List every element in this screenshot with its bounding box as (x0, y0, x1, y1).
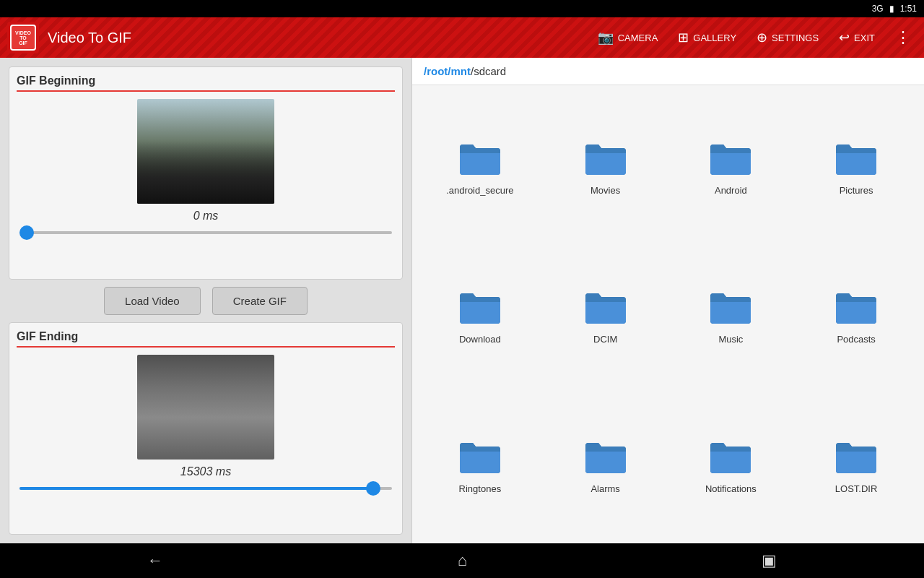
folder-name-pictures: Pictures (840, 185, 873, 196)
folder-name-dcim: DCIM (593, 334, 617, 345)
left-panel: GIF Beginning 0 ms Load Video Create GIF (0, 58, 411, 543)
back-button[interactable]: ← (130, 545, 180, 576)
folder-icon-alarms (583, 437, 629, 478)
folder-icon-notifications (707, 437, 754, 478)
recents-button[interactable]: ▣ (744, 545, 794, 576)
buttons-row: Load Video Create GIF (9, 287, 403, 315)
folder-item-podcasts[interactable]: Podcasts (794, 241, 918, 389)
exit-icon: ↩ (839, 30, 850, 46)
breadcrumb-bold: /root/mnt (424, 65, 471, 77)
gif-beginning-slider-thumb[interactable] (19, 225, 34, 240)
folder-icon-lost-dir (833, 437, 879, 478)
gallery-button[interactable]: ⊞ GALLERY (672, 25, 742, 50)
folder-item-alarms[interactable]: Alarms (544, 389, 668, 538)
folder-icon-podcasts (833, 288, 879, 328)
gif-ending-slider[interactable] (19, 487, 392, 490)
clock: 1:51 (900, 4, 917, 14)
file-browser-panel: /root/mnt/sdcard .android_secure Movies … (411, 58, 924, 543)
home-button[interactable]: ⌂ (440, 545, 484, 576)
camera-button[interactable]: 📷 CAMERA (592, 25, 664, 50)
app-title: Video To GIF (48, 30, 583, 46)
file-grid: .android_secure Movies Android Pictures … (412, 85, 924, 543)
folder-item-dcim[interactable]: DCIM (544, 241, 668, 389)
folder-name-lost-dir: LOST.DIR (835, 483, 878, 494)
camera-icon: 📷 (598, 30, 614, 46)
app-icon: VIDEO TO GIF (7, 22, 39, 53)
gif-beginning-title: GIF Beginning (17, 74, 395, 92)
folder-item-ringtones[interactable]: Ringtones (418, 389, 542, 538)
gif-beginning-section: GIF Beginning 0 ms (9, 66, 403, 280)
folder-name-android: Android (715, 185, 747, 196)
folder-name-ringtones: Ringtones (459, 483, 502, 494)
gif-beginning-timestamp: 0 ms (193, 210, 219, 223)
load-video-button[interactable]: Load Video (104, 287, 201, 315)
settings-button[interactable]: ⊕ SETTINGS (751, 25, 824, 50)
breadcrumb-normal: /sdcard (471, 65, 506, 77)
gif-beginning-slider[interactable] (19, 231, 392, 234)
gif-ending-slider-container[interactable] (17, 484, 395, 490)
folder-name-download: Download (459, 334, 501, 345)
signal-indicator: 3G (872, 4, 884, 14)
main-content: GIF Beginning 0 ms Load Video Create GIF (0, 58, 924, 543)
folder-item-music[interactable]: Music (669, 241, 793, 389)
gallery-icon: ⊞ (678, 30, 689, 46)
folder-name-android-secure: .android_secure (446, 185, 513, 196)
gif-ending-image (137, 355, 274, 460)
folder-item-lost-dir[interactable]: LOST.DIR (794, 389, 918, 538)
folder-item-download[interactable]: Download (418, 241, 542, 389)
battery-indicator: ▮ (889, 4, 894, 14)
more-options-button[interactable]: ⋮ (889, 25, 917, 50)
settings-icon: ⊕ (757, 30, 767, 46)
gif-ending-preview: 15303 ms (17, 355, 395, 490)
gif-ending-timestamp: 15303 ms (180, 465, 231, 478)
folder-item-movies[interactable]: Movies (544, 91, 668, 239)
folder-icon-android (707, 139, 754, 179)
gif-beginning-slider-container[interactable] (17, 228, 395, 234)
gif-ending-title: GIF Ending (17, 330, 395, 348)
gif-beginning-image (137, 99, 274, 204)
folder-icon-movies (583, 139, 629, 179)
folder-name-podcasts: Podcasts (837, 334, 875, 345)
gif-beginning-preview: 0 ms (17, 99, 395, 234)
gif-ending-slider-thumb[interactable] (366, 481, 380, 496)
status-bar: 3G ▮ 1:51 (0, 0, 924, 17)
folder-name-movies: Movies (590, 185, 620, 196)
folder-item-notifications[interactable]: Notifications (669, 389, 793, 538)
folder-icon-download (457, 288, 503, 328)
folder-item-android-secure[interactable]: .android_secure (418, 91, 542, 239)
folder-icon-android-secure (457, 139, 503, 179)
gif-ending-section: GIF Ending 15303 ms (9, 322, 403, 535)
folder-icon-ringtones (457, 437, 503, 478)
folder-item-android[interactable]: Android (669, 91, 793, 239)
gif-ending-slider-fill (19, 487, 373, 490)
folder-name-alarms: Alarms (590, 483, 619, 494)
folder-icon-dcim (583, 288, 629, 328)
folder-name-notifications: Notifications (705, 483, 757, 494)
exit-button[interactable]: ↩ EXIT (833, 25, 881, 50)
folder-icon-music (707, 288, 754, 328)
nav-bar: ← ⌂ ▣ (0, 543, 924, 578)
folder-name-music: Music (718, 334, 743, 345)
folder-icon-pictures (833, 139, 879, 179)
toolbar: VIDEO TO GIF Video To GIF 📷 CAMERA ⊞ GAL… (0, 17, 924, 58)
folder-item-pictures[interactable]: Pictures (794, 91, 918, 239)
create-gif-button[interactable]: Create GIF (212, 287, 308, 315)
breadcrumb: /root/mnt/sdcard (412, 58, 924, 85)
